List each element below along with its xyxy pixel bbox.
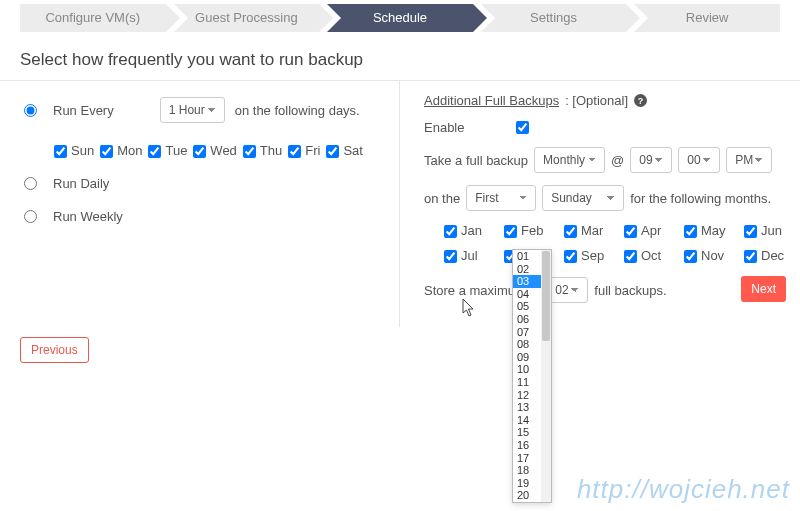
days-of-week: SunMonTueWedThuFriSat — [54, 143, 379, 158]
month-apr[interactable]: Apr — [624, 223, 678, 238]
additional-full-backups-panel: Additional Full Backups: [Optional] ? En… — [400, 81, 800, 327]
month-dec-checkbox[interactable] — [744, 250, 757, 263]
month-jan-checkbox[interactable] — [444, 225, 457, 238]
step-review[interactable]: Review — [634, 4, 780, 32]
month-jun-checkbox[interactable] — [744, 225, 757, 238]
on-the-label: on the — [424, 191, 460, 206]
at-symbol: @ — [611, 153, 624, 168]
ampm-select[interactable]: PM — [726, 147, 772, 173]
month-mar-checkbox[interactable] — [564, 225, 577, 238]
month-feb[interactable]: Feb — [504, 223, 558, 238]
month-oct-checkbox[interactable] — [624, 250, 637, 263]
day-tue[interactable]: Tue — [148, 143, 187, 158]
run-daily-radio[interactable] — [24, 177, 37, 190]
day-fri-checkbox[interactable] — [288, 145, 301, 158]
day-sat-checkbox[interactable] — [326, 145, 339, 158]
day-thu[interactable]: Thu — [243, 143, 282, 158]
schedule-day-row: on the First Sunday for the following mo… — [424, 185, 780, 211]
run-weekly-label: Run Weekly — [53, 209, 123, 224]
step-settings[interactable]: Settings — [481, 4, 627, 32]
for-months-label: for the following months. — [630, 191, 771, 206]
enable-checkbox[interactable] — [516, 121, 529, 134]
afb-optional: : [Optional] — [565, 93, 628, 108]
month-jul-checkbox[interactable] — [444, 250, 457, 263]
month-jan[interactable]: Jan — [444, 223, 498, 238]
weekday-select[interactable]: Sunday — [542, 185, 624, 211]
day-mon[interactable]: Mon — [100, 143, 142, 158]
next-button[interactable]: Next — [741, 276, 786, 302]
take-full-label: Take a full backup — [424, 153, 528, 168]
day-tue-checkbox[interactable] — [148, 145, 161, 158]
previous-button[interactable]: Previous — [20, 337, 89, 363]
afb-title: Additional Full Backups — [424, 93, 559, 108]
scrollbar-thumb[interactable] — [542, 251, 550, 341]
day-fri[interactable]: Fri — [288, 143, 320, 158]
store-max-row: Store a maximum of 02 full backups. — [424, 277, 780, 303]
schedule-time-row: Take a full backup Monthly @ 09 00 PM — [424, 147, 780, 173]
month-apr-checkbox[interactable] — [624, 225, 637, 238]
minute-select[interactable]: 00 — [678, 147, 720, 173]
month-jun[interactable]: Jun — [744, 223, 798, 238]
store-max-dropdown-list[interactable]: 0102030405060708091011121314151617181920 — [512, 249, 552, 373]
content-area: Run Every 1 Hour on the following days. … — [0, 80, 800, 327]
day-wed-checkbox[interactable] — [193, 145, 206, 158]
step-configure-vm-s-[interactable]: Configure VM(s) — [20, 4, 166, 32]
run-every-label: Run Every — [53, 103, 114, 118]
footer: Previous — [0, 327, 800, 373]
day-sun-checkbox[interactable] — [54, 145, 67, 158]
month-nov[interactable]: Nov — [684, 248, 738, 263]
run-every-row: Run Every 1 Hour on the following days. — [24, 97, 379, 123]
run-weekly-row: Run Weekly — [24, 209, 379, 224]
month-sep-checkbox[interactable] — [564, 250, 577, 263]
run-weekly-radio[interactable] — [24, 210, 37, 223]
interval-select[interactable]: 1 Hour — [160, 97, 225, 123]
afb-header: Additional Full Backups: [Optional] ? — [424, 93, 780, 108]
month-may[interactable]: May — [684, 223, 738, 238]
page-title: Select how frequently you want to run ba… — [0, 36, 800, 80]
month-may-checkbox[interactable] — [684, 225, 697, 238]
run-daily-row: Run Daily — [24, 176, 379, 191]
month-mar[interactable]: Mar — [564, 223, 618, 238]
step-guest-processing[interactable]: Guest Processing — [174, 4, 320, 32]
month-jul[interactable]: Jul — [444, 248, 498, 263]
help-icon[interactable]: ? — [634, 94, 647, 107]
wizard-stepper: Configure VM(s)Guest ProcessingScheduleS… — [0, 0, 800, 36]
month-nov-checkbox[interactable] — [684, 250, 697, 263]
month-dec[interactable]: Dec — [744, 248, 798, 263]
store-max-select[interactable]: 02 — [546, 277, 588, 303]
months-grid: JanFebMarAprMayJunJulAugSepOctNovDec — [444, 223, 780, 263]
ordinal-select[interactable]: First — [466, 185, 536, 211]
following-days-text: on the following days. — [235, 103, 360, 118]
month-feb-checkbox[interactable] — [504, 225, 517, 238]
month-sep[interactable]: Sep — [564, 248, 618, 263]
month-oct[interactable]: Oct — [624, 248, 678, 263]
day-thu-checkbox[interactable] — [243, 145, 256, 158]
period-select[interactable]: Monthly — [534, 147, 605, 173]
run-daily-label: Run Daily — [53, 176, 109, 191]
day-sun[interactable]: Sun — [54, 143, 94, 158]
schedule-frequency-panel: Run Every 1 Hour on the following days. … — [0, 81, 400, 327]
step-schedule[interactable]: Schedule — [327, 4, 473, 32]
day-sat[interactable]: Sat — [326, 143, 363, 158]
day-mon-checkbox[interactable] — [100, 145, 113, 158]
enable-row: Enable — [424, 120, 780, 135]
hour-select[interactable]: 09 — [630, 147, 672, 173]
run-every-radio[interactable] — [24, 104, 37, 117]
day-wed[interactable]: Wed — [193, 143, 237, 158]
dropdown-scrollbar[interactable] — [541, 250, 551, 373]
enable-label: Enable — [424, 120, 464, 135]
store-max-suffix: full backups. — [594, 283, 666, 298]
